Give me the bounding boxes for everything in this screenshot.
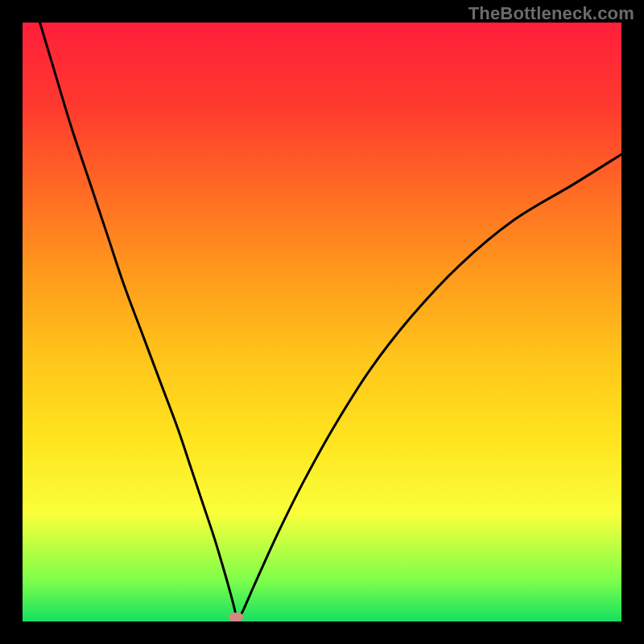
watermark-text: TheBottleneck.com — [469, 3, 634, 24]
bottleneck-curve — [23, 23, 621, 621]
outer-frame: TheBottleneck.com — [0, 0, 644, 644]
plot-area — [23, 23, 621, 621]
minimum-marker — [229, 613, 243, 621]
